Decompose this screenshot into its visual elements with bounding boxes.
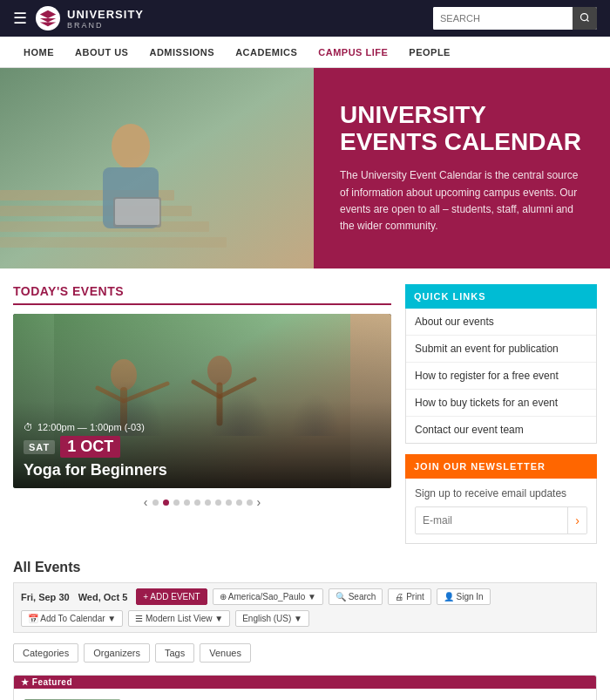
add-event-button[interactable]: + ADD EVENT [136, 588, 207, 605]
svg-rect-5 [0, 237, 227, 248]
print-button[interactable]: 🖨 Print [388, 588, 430, 605]
carousel-dot[interactable] [173, 500, 180, 506]
svg-line-13 [98, 388, 124, 401]
carousel-dot[interactable] [236, 500, 242, 506]
email-field[interactable] [416, 509, 567, 532]
event-overlay: ⏱ 12:00pm — 1:00pm (-03) SAT 1 OCT Yoga … [13, 413, 391, 488]
main-content: TODAY'S EVENTS [0, 268, 610, 700]
sign-in-button[interactable]: 👤 Sign In [437, 588, 491, 605]
event-list-inner: Campus Tour @ University Campus 📅 SEPTEM… [14, 689, 596, 700]
todays-events-title: TODAY'S EVENTS [13, 284, 391, 305]
newsletter-header: JOIN OUR NEWSLETTER [405, 454, 597, 479]
svg-rect-9 [115, 199, 159, 225]
events-filter-row: Categories Organizers Tags Venues [13, 640, 597, 666]
carousel-dot[interactable] [205, 500, 211, 506]
carousel-prev[interactable]: ‹ [144, 495, 148, 509]
event-date-badge: SAT 1 OCT [24, 436, 381, 458]
events-toolbar: Fri, Sep 30 Wed, Oct 5 + ADD EVENT ⊕ Ame… [13, 582, 597, 633]
featured-badge: ★ Featured [14, 676, 596, 689]
carousel-dot[interactable] [215, 500, 221, 506]
search-icon [580, 12, 590, 23]
hero-banner: UNIVERSITY EVENTS CALENDAR The Universit… [0, 68, 610, 268]
hero-image-placeholder [0, 68, 314, 268]
svg-point-0 [581, 13, 588, 20]
view-selector[interactable]: ☰ Modern List View ▼ [128, 610, 230, 627]
nav-people[interactable]: PEOPLE [398, 37, 461, 67]
quick-link-item[interactable]: How to register for a free event [406, 363, 596, 390]
quick-links-col: QUICK LINKS About our events Submit an e… [405, 284, 597, 544]
top-bar: ☰ UNIVERSITY BRAND [0, 0, 610, 37]
svg-line-18 [220, 379, 254, 397]
nav-academics[interactable]: ACADEMICS [225, 37, 308, 67]
nav-admissions[interactable]: ADMISSIONS [139, 37, 225, 67]
carousel-dots: ‹ › [13, 495, 391, 509]
toolbar-date-from: Fri, Sep 30 [21, 592, 70, 602]
newsletter-body: Sign up to receive email updates › [405, 479, 597, 544]
brand-name: UNIVERSITY [67, 8, 144, 21]
carousel-dot[interactable] [194, 500, 200, 506]
logo-text: UNIVERSITY BRAND [67, 8, 144, 30]
logo-area: UNIVERSITY BRAND [36, 6, 144, 31]
svg-rect-3 [0, 206, 192, 216]
quick-links-body: About our events Submit an event for pub… [405, 309, 597, 444]
todays-events: TODAY'S EVENTS [13, 284, 391, 544]
hero-description: The University Event Calendar is the cen… [340, 167, 584, 234]
quick-link-item[interactable]: How to buy tickets for an event [406, 390, 596, 417]
svg-line-17 [193, 382, 220, 397]
hamburger-menu[interactable]: ☰ [13, 9, 27, 28]
event-day: SAT [24, 440, 55, 454]
carousel-dot[interactable] [247, 500, 253, 506]
carousel-dot[interactable] [163, 500, 169, 506]
event-list-card: ★ Featured [13, 675, 597, 700]
quick-link-item[interactable]: Submit an event for publication [406, 336, 596, 363]
university-logo-svg [38, 9, 58, 28]
event-name: Yoga for Beginners [24, 461, 381, 479]
logo-icon [36, 6, 60, 31]
search-button[interactable] [573, 7, 597, 30]
filter-organizers[interactable]: Organizers [84, 643, 150, 663]
all-events-section: All Events Fri, Sep 30 Wed, Oct 5 + ADD … [13, 560, 597, 700]
carousel-dot[interactable] [184, 500, 190, 506]
filter-categories[interactable]: Categories [13, 643, 78, 663]
quick-link-item[interactable]: About our events [406, 309, 596, 336]
main-nav: HOME ABOUT US ADMISSIONS ACADEMICS CAMPU… [0, 37, 610, 68]
newsletter-submit-button[interactable]: › [567, 507, 586, 533]
add-to-calendar-button[interactable]: 📅 Add To Calendar ▼ [21, 610, 123, 627]
svg-line-14 [124, 384, 167, 401]
top-bar-left: ☰ UNIVERSITY BRAND [13, 6, 144, 31]
timezone-selector[interactable]: ⊕ America/Sao_Paulo ▼ [213, 588, 323, 605]
event-time: ⏱ 12:00pm — 1:00pm (-03) [24, 422, 381, 432]
all-events-title: All Events [13, 560, 597, 575]
newsletter-box: JOIN OUR NEWSLETTER Sign up to receive e… [405, 454, 597, 544]
search-bar [433, 7, 597, 30]
two-col-section: TODAY'S EVENTS [13, 284, 597, 544]
nav-home[interactable]: HOME [13, 37, 64, 67]
carousel-next[interactable]: › [257, 495, 261, 509]
carousel-dot[interactable] [226, 500, 232, 506]
event-card[interactable]: ⏱ 12:00pm — 1:00pm (-03) SAT 1 OCT Yoga … [13, 314, 391, 488]
filter-tags[interactable]: Tags [155, 643, 194, 663]
svg-point-15 [207, 356, 232, 385]
language-selector[interactable]: English (US) ▼ [235, 610, 309, 627]
newsletter-description: Sign up to receive email updates [415, 487, 587, 500]
hero-content: UNIVERSITY EVENTS CALENDAR The Universit… [314, 68, 610, 268]
nav-campus-life[interactable]: CAMPUS LIFE [308, 37, 398, 67]
svg-point-11 [111, 359, 137, 391]
brand-sub: BRAND [67, 21, 144, 30]
email-input-row: › [415, 506, 587, 534]
quick-link-item[interactable]: Contact our event team [406, 417, 596, 443]
search-input[interactable] [433, 7, 573, 30]
svg-point-6 [112, 124, 150, 169]
event-date: 1 OCT [60, 436, 120, 458]
hero-title: UNIVERSITY EVENTS CALENDAR [340, 102, 584, 156]
toolbar-date-to: Wed, Oct 5 [78, 592, 128, 602]
hero-image [0, 68, 314, 268]
search-events-button[interactable]: 🔍 Search [329, 588, 383, 605]
carousel-dot[interactable] [152, 500, 159, 506]
nav-about[interactable]: ABOUT US [64, 37, 139, 67]
quick-links-header: QUICK LINKS [405, 284, 597, 309]
hero-illustration [0, 68, 314, 268]
filter-venues[interactable]: Venues [200, 643, 251, 663]
